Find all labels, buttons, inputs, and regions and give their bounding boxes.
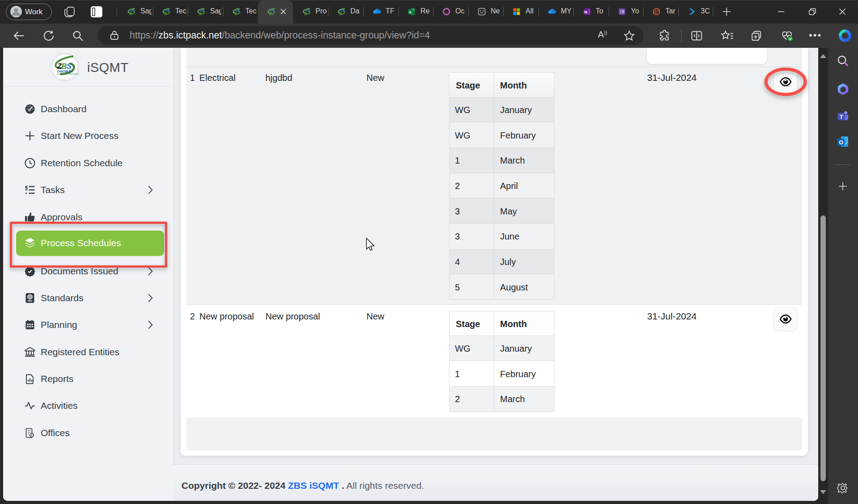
- svg-text:ZBS: ZBS: [57, 62, 72, 70]
- svg-text:O: O: [839, 139, 843, 146]
- svg-text:ZANZIBAR: ZANZIBAR: [57, 70, 73, 73]
- svg-text:T: T: [840, 114, 843, 120]
- svg-text:BUREAU OF STANDARDS: BUREAU OF STANDARDS: [57, 73, 79, 75]
